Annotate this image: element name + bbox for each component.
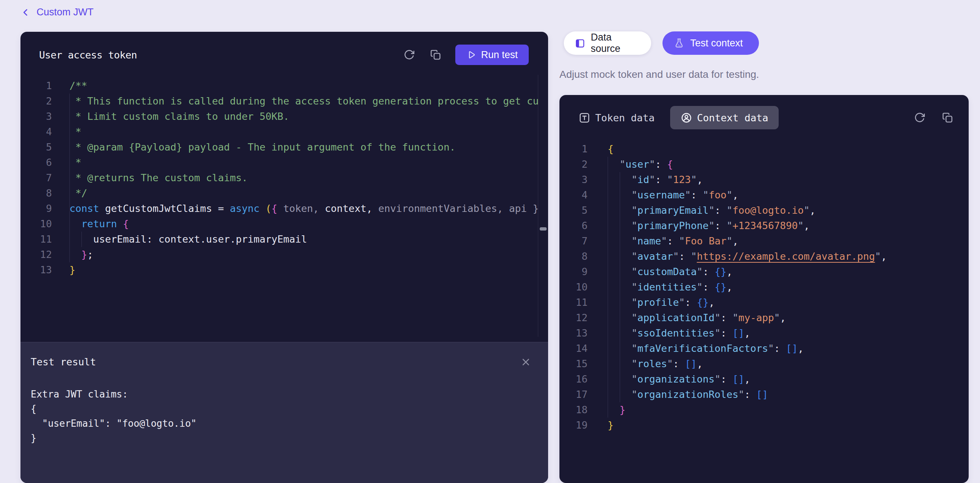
- code-line[interactable]: 11 userEmail: context.user.primaryEmail: [21, 232, 538, 247]
- back-label: Custom JWT: [37, 6, 94, 18]
- code-line[interactable]: 4 "username": "foo",: [559, 187, 959, 203]
- data-panel-header: Token data Context data: [559, 95, 969, 140]
- code-line[interactable]: 1{: [559, 141, 959, 157]
- test-result-panel: Test result Extra JWT claims:{ "userEmai…: [21, 342, 548, 483]
- code-line[interactable]: 9const getCustomJwtClaims = async ({ tok…: [21, 201, 538, 216]
- code-line[interactable]: 2 "user": {: [559, 157, 959, 172]
- refresh-button[interactable]: [402, 48, 416, 61]
- line-number: 5: [21, 140, 52, 155]
- code-line[interactable]: 17 "organizationRoles": []: [559, 387, 959, 402]
- code-line[interactable]: 2 * This function is called during the a…: [21, 94, 538, 109]
- result-line: {: [31, 402, 197, 416]
- tab-token-data[interactable]: Token data: [578, 112, 655, 124]
- code-line[interactable]: 13 "ssoIdentities": [],: [559, 326, 959, 341]
- code-line[interactable]: 8 */: [21, 186, 538, 201]
- line-number: 10: [21, 216, 52, 232]
- code-line[interactable]: 14 "mfaVerificationFactors": [],: [559, 341, 959, 356]
- result-line: }: [31, 431, 197, 445]
- code-line[interactable]: 10 "identities": {},: [559, 280, 959, 295]
- test-context-data-panel: Token data Context data: [559, 95, 969, 483]
- code-line[interactable]: 12 };: [21, 247, 538, 262]
- tab-token-data-label: Token data: [595, 112, 655, 124]
- copy-icon: [942, 112, 953, 124]
- copy-icon: [430, 49, 441, 60]
- code-line[interactable]: 18 }: [559, 402, 959, 418]
- javascript-code-area[interactable]: 1/**2 * This function is called during t…: [21, 78, 538, 278]
- line-number: 16: [559, 372, 587, 387]
- token-t-icon: [578, 112, 590, 124]
- code-line[interactable]: 19}: [559, 418, 959, 433]
- code-line[interactable]: 6 "primaryPhone": "+1234567890",: [559, 218, 959, 234]
- code-line[interactable]: 3 "id": "123",: [559, 172, 959, 187]
- code-line[interactable]: 7 * @returns The custom claims.: [21, 170, 538, 186]
- line-number: 1: [559, 141, 587, 157]
- run-test-button[interactable]: Run test: [455, 44, 529, 65]
- result-line: "userEmail": "foo@logto.io": [31, 416, 197, 431]
- line-number: 6: [559, 218, 587, 234]
- close-test-result-button[interactable]: [520, 356, 531, 368]
- line-number: 10: [559, 280, 587, 295]
- copy-button[interactable]: [941, 111, 954, 124]
- hint-text: Adjust mock token and user data for test…: [559, 69, 759, 80]
- close-icon: [520, 357, 531, 367]
- code-line[interactable]: 11 "profile": {},: [559, 295, 959, 310]
- line-number: 17: [559, 387, 587, 402]
- code-line[interactable]: 7 "name": "Foo Bar",: [559, 234, 959, 249]
- code-line[interactable]: 8 "avatar": "https://example.com/avatar.…: [559, 249, 959, 264]
- code-line[interactable]: 1/**: [21, 78, 538, 94]
- line-number: 9: [21, 201, 52, 216]
- data-source-label: Data source: [591, 32, 640, 54]
- panel-left-icon: [575, 38, 585, 49]
- user-access-token-editor-panel: User access token Run test: [21, 32, 548, 483]
- line-number: 18: [559, 402, 587, 418]
- code-line[interactable]: 3 * Limit custom claims to under 50KB.: [21, 109, 538, 124]
- line-number: 13: [21, 262, 52, 278]
- json-code-area[interactable]: 1{2 "user": {3 "id": "123",4 "username":…: [559, 141, 959, 433]
- code-line[interactable]: 4 *: [21, 124, 538, 140]
- code-line[interactable]: 6 *: [21, 155, 538, 170]
- tab-context-data[interactable]: Context data: [670, 106, 779, 129]
- copy-button[interactable]: [429, 48, 442, 61]
- line-number: 12: [559, 310, 587, 326]
- line-number: 14: [559, 341, 587, 356]
- data-source-tab[interactable]: Data source: [564, 32, 651, 55]
- line-number: 7: [559, 234, 587, 249]
- line-number: 11: [559, 295, 587, 310]
- line-number: 2: [21, 94, 52, 109]
- back-link[interactable]: Custom JWT: [21, 6, 94, 18]
- test-context-tab[interactable]: Test context: [662, 32, 759, 55]
- result-line: Extra JWT claims:: [31, 387, 197, 402]
- test-context-label: Test context: [690, 38, 743, 49]
- line-number: 6: [21, 155, 52, 170]
- scrollbar-thumb[interactable]: [540, 227, 547, 230]
- refresh-button[interactable]: [913, 111, 926, 124]
- line-number: 3: [559, 172, 587, 187]
- code-line[interactable]: 13}: [21, 262, 538, 278]
- user-circle-icon: [680, 112, 692, 124]
- code-line[interactable]: 16 "organizations": [],: [559, 372, 959, 387]
- line-number: 11: [21, 232, 52, 247]
- code-line[interactable]: 9 "customData": {},: [559, 264, 959, 280]
- line-number: 13: [559, 326, 587, 341]
- line-number: 12: [21, 247, 52, 262]
- line-number: 8: [559, 249, 587, 264]
- line-number: 9: [559, 264, 587, 280]
- line-number: 19: [559, 418, 587, 433]
- editor-header: User access token Run test: [21, 32, 548, 78]
- code-line[interactable]: 12 "applicationId": "my-app",: [559, 310, 959, 326]
- code-line[interactable]: 5 * @param {Payload} payload - The input…: [21, 140, 538, 155]
- editor-title: User access token: [39, 49, 402, 60]
- code-line[interactable]: 5 "primaryEmail": "foo@logto.io",: [559, 203, 959, 218]
- line-number: 7: [21, 170, 52, 186]
- code-line[interactable]: 15 "roles": [],: [559, 356, 959, 372]
- run-test-label: Run test: [481, 49, 518, 60]
- test-result-output: Extra JWT claims:{ "userEmail": "foo@log…: [31, 387, 197, 445]
- test-result-title: Test result: [31, 356, 96, 367]
- code-line[interactable]: 10 return {: [21, 216, 538, 232]
- flask-icon: [673, 38, 685, 49]
- line-number: 1: [21, 78, 52, 94]
- line-number: 2: [559, 157, 587, 172]
- line-number: 4: [559, 187, 587, 203]
- refresh-icon: [914, 112, 926, 124]
- play-icon: [466, 50, 476, 60]
